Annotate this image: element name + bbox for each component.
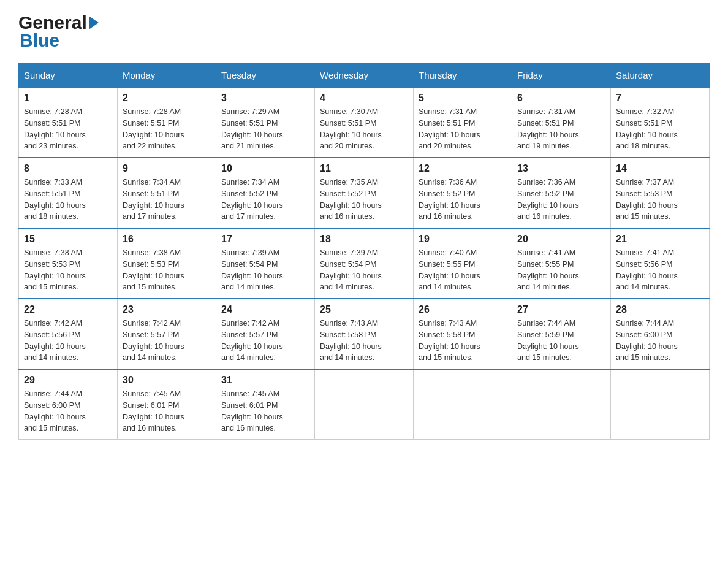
day-info: Sunrise: 7:35 AMSunset: 5:52 PMDaylight:… [320, 178, 382, 221]
calendar-day-cell: 27 Sunrise: 7:44 AMSunset: 5:59 PMDaylig… [512, 299, 611, 369]
day-number: 25 [320, 304, 408, 315]
day-info: Sunrise: 7:34 AMSunset: 5:52 PMDaylight:… [221, 178, 283, 221]
col-wednesday: Wednesday [315, 64, 414, 88]
day-info: Sunrise: 7:31 AMSunset: 5:51 PMDaylight:… [419, 107, 480, 150]
day-number: 22 [24, 304, 112, 315]
day-info: Sunrise: 7:45 AMSunset: 6:01 PMDaylight:… [123, 389, 184, 432]
calendar-table: Sunday Monday Tuesday Wednesday Thursday… [18, 63, 710, 440]
calendar-week-row: 15 Sunrise: 7:38 AMSunset: 5:53 PMDaylig… [19, 228, 710, 299]
col-thursday: Thursday [414, 64, 512, 88]
calendar-day-cell: 14 Sunrise: 7:37 AMSunset: 5:53 PMDaylig… [611, 158, 710, 228]
day-number: 7 [616, 93, 704, 104]
calendar-day-cell: 25 Sunrise: 7:43 AMSunset: 5:58 PMDaylig… [315, 299, 414, 369]
calendar-day-cell: 30 Sunrise: 7:45 AMSunset: 6:01 PMDaylig… [118, 369, 216, 440]
day-number: 18 [320, 234, 408, 245]
calendar-week-row: 22 Sunrise: 7:42 AMSunset: 5:56 PMDaylig… [19, 299, 710, 369]
day-number: 19 [419, 234, 507, 245]
day-info: Sunrise: 7:32 AMSunset: 5:51 PMDaylight:… [616, 107, 678, 150]
day-number: 28 [616, 304, 704, 315]
calendar-day-cell: 15 Sunrise: 7:38 AMSunset: 5:53 PMDaylig… [19, 228, 118, 299]
day-info: Sunrise: 7:44 AMSunset: 5:59 PMDaylight:… [517, 319, 579, 362]
day-info: Sunrise: 7:43 AMSunset: 5:58 PMDaylight:… [320, 319, 382, 362]
day-number: 17 [221, 234, 309, 245]
calendar-day-cell: 31 Sunrise: 7:45 AMSunset: 6:01 PMDaylig… [216, 369, 315, 440]
calendar-body: 1 Sunrise: 7:28 AMSunset: 5:51 PMDayligh… [19, 87, 710, 440]
day-number: 12 [419, 163, 507, 174]
day-number: 9 [123, 163, 211, 174]
calendar-day-cell: 4 Sunrise: 7:30 AMSunset: 5:51 PMDayligh… [315, 87, 414, 158]
col-sunday: Sunday [19, 64, 118, 88]
day-info: Sunrise: 7:36 AMSunset: 5:52 PMDaylight:… [419, 178, 480, 221]
day-number: 24 [221, 304, 309, 315]
day-number: 10 [221, 163, 309, 174]
logo-arrow-icon [89, 16, 99, 29]
day-info: Sunrise: 7:29 AMSunset: 5:51 PMDaylight:… [221, 107, 283, 150]
day-number: 29 [24, 375, 112, 386]
day-info: Sunrise: 7:41 AMSunset: 5:56 PMDaylight:… [616, 248, 678, 291]
day-number: 14 [616, 163, 704, 174]
day-info: Sunrise: 7:42 AMSunset: 5:57 PMDaylight:… [221, 319, 283, 362]
calendar-day-cell: 7 Sunrise: 7:32 AMSunset: 5:51 PMDayligh… [611, 87, 710, 158]
day-number: 11 [320, 163, 408, 174]
day-info: Sunrise: 7:34 AMSunset: 5:51 PMDaylight:… [123, 178, 184, 221]
day-number: 2 [123, 93, 211, 104]
day-number: 26 [419, 304, 507, 315]
day-info: Sunrise: 7:31 AMSunset: 5:51 PMDaylight:… [517, 107, 579, 150]
day-number: 23 [123, 304, 211, 315]
day-info: Sunrise: 7:38 AMSunset: 5:53 PMDaylight:… [123, 248, 184, 291]
calendar-day-cell: 11 Sunrise: 7:35 AMSunset: 5:52 PMDaylig… [315, 158, 414, 228]
col-monday: Monday [118, 64, 216, 88]
day-number: 3 [221, 93, 309, 104]
calendar-day-cell: 16 Sunrise: 7:38 AMSunset: 5:53 PMDaylig… [118, 228, 216, 299]
day-info: Sunrise: 7:33 AMSunset: 5:51 PMDaylight:… [24, 178, 86, 221]
day-number: 21 [616, 234, 704, 245]
col-friday: Friday [512, 64, 611, 88]
day-info: Sunrise: 7:28 AMSunset: 5:51 PMDaylight:… [123, 107, 184, 150]
day-number: 20 [517, 234, 605, 245]
logo: General Blue [18, 12, 100, 51]
day-info: Sunrise: 7:41 AMSunset: 5:55 PMDaylight:… [517, 248, 579, 291]
day-info: Sunrise: 7:39 AMSunset: 5:54 PMDaylight:… [320, 248, 382, 291]
day-info: Sunrise: 7:44 AMSunset: 6:00 PMDaylight:… [24, 389, 86, 432]
calendar-day-cell: 22 Sunrise: 7:42 AMSunset: 5:56 PMDaylig… [19, 299, 118, 369]
calendar-day-cell: 2 Sunrise: 7:28 AMSunset: 5:51 PMDayligh… [118, 87, 216, 158]
day-info: Sunrise: 7:43 AMSunset: 5:58 PMDaylight:… [419, 319, 480, 362]
day-info: Sunrise: 7:39 AMSunset: 5:54 PMDaylight:… [221, 248, 283, 291]
day-info: Sunrise: 7:28 AMSunset: 5:51 PMDaylight:… [24, 107, 86, 150]
day-number: 5 [419, 93, 507, 104]
day-info: Sunrise: 7:30 AMSunset: 5:51 PMDaylight:… [320, 107, 382, 150]
calendar-week-row: 29 Sunrise: 7:44 AMSunset: 6:00 PMDaylig… [19, 369, 710, 440]
page-header: General Blue [18, 12, 710, 51]
day-number: 15 [24, 234, 112, 245]
calendar-day-cell: 21 Sunrise: 7:41 AMSunset: 5:56 PMDaylig… [611, 228, 710, 299]
day-number: 6 [517, 93, 605, 104]
day-number: 8 [24, 163, 112, 174]
calendar-day-cell: 28 Sunrise: 7:44 AMSunset: 6:00 PMDaylig… [611, 299, 710, 369]
calendar-day-cell: 23 Sunrise: 7:42 AMSunset: 5:57 PMDaylig… [118, 299, 216, 369]
calendar-day-cell: 1 Sunrise: 7:28 AMSunset: 5:51 PMDayligh… [19, 87, 118, 158]
col-tuesday: Tuesday [216, 64, 315, 88]
day-number: 13 [517, 163, 605, 174]
day-number: 1 [24, 93, 112, 104]
calendar-header: Sunday Monday Tuesday Wednesday Thursday… [19, 64, 710, 88]
day-number: 31 [221, 375, 309, 386]
day-info: Sunrise: 7:36 AMSunset: 5:52 PMDaylight:… [517, 178, 579, 221]
day-number: 16 [123, 234, 211, 245]
calendar-day-cell: 3 Sunrise: 7:29 AMSunset: 5:51 PMDayligh… [216, 87, 315, 158]
empty-cell [414, 369, 512, 440]
calendar-day-cell: 18 Sunrise: 7:39 AMSunset: 5:54 PMDaylig… [315, 228, 414, 299]
calendar-day-cell: 19 Sunrise: 7:40 AMSunset: 5:55 PMDaylig… [414, 228, 512, 299]
day-number: 27 [517, 304, 605, 315]
calendar-day-cell: 12 Sunrise: 7:36 AMSunset: 5:52 PMDaylig… [414, 158, 512, 228]
calendar-day-cell: 24 Sunrise: 7:42 AMSunset: 5:57 PMDaylig… [216, 299, 315, 369]
empty-cell [611, 369, 710, 440]
day-number: 4 [320, 93, 408, 104]
calendar-day-cell: 20 Sunrise: 7:41 AMSunset: 5:55 PMDaylig… [512, 228, 611, 299]
header-row: Sunday Monday Tuesday Wednesday Thursday… [19, 64, 710, 88]
empty-cell [315, 369, 414, 440]
logo-blue-text: Blue [20, 30, 59, 50]
calendar-day-cell: 8 Sunrise: 7:33 AMSunset: 5:51 PMDayligh… [19, 158, 118, 228]
day-info: Sunrise: 7:42 AMSunset: 5:57 PMDaylight:… [123, 319, 184, 362]
calendar-day-cell: 6 Sunrise: 7:31 AMSunset: 5:51 PMDayligh… [512, 87, 611, 158]
calendar-day-cell: 10 Sunrise: 7:34 AMSunset: 5:52 PMDaylig… [216, 158, 315, 228]
